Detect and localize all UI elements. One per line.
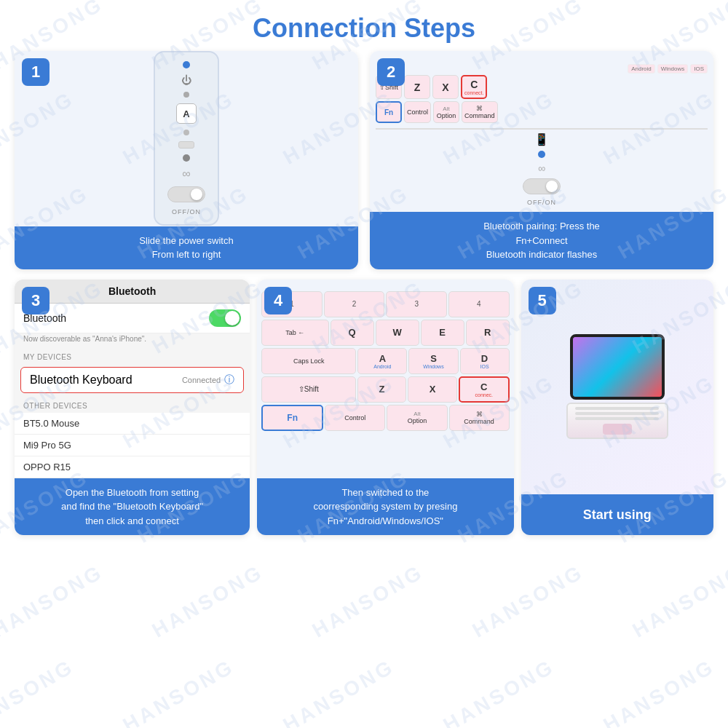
key-d-large: D IOS	[460, 348, 510, 374]
connected-label: Connected	[182, 376, 221, 384]
kb-touchpad	[603, 424, 632, 435]
step4-image: 4 1 2 3 4 Tab ← Q W E R	[257, 280, 514, 478]
step2-number: 2	[377, 58, 405, 86]
step2-image: 2 Android Windows IOS ⇧Shift Z X Cconnec…	[370, 51, 713, 212]
key-row-1: ⇧Shift Z X Cconnect.	[376, 75, 708, 99]
dark-dot	[183, 154, 190, 162]
key-tab: Tab ←	[261, 320, 328, 346]
bt-discoverable: Now discoverable as "Anna's iPhone".	[15, 333, 250, 347]
device-mi9pro[interactable]: Mi9 Pro 5G	[15, 435, 250, 456]
kb-line3	[575, 417, 659, 420]
key-4: 4	[448, 291, 510, 317]
step3-desc: Open the Bluetooth from settingand find …	[15, 478, 250, 536]
key-shift-large: ⇧Shift	[261, 376, 355, 403]
key-w: W	[376, 320, 419, 346]
keyboard-large: 1 2 3 4 Tab ← Q W E R Caps Lock A	[257, 287, 514, 435]
step4-number: 4	[264, 287, 292, 314]
step5-card: 5 Start using	[521, 280, 713, 536]
android-label: Android	[628, 64, 655, 74]
device-bt50mouse[interactable]: BT5.0 Mouse	[15, 413, 250, 435]
key-control: Control	[404, 101, 431, 123]
step5-image: 5	[521, 280, 713, 495]
power-device: ⏻ A ∞ OFF/ON	[154, 51, 219, 226]
bt-blue-dot	[538, 151, 545, 158]
bottom-steps-row: 3 Bluetooth Bluetooth Now discoverable a…	[0, 280, 728, 536]
key-capslock: Caps Lock	[261, 348, 356, 374]
key-control-large: Control	[325, 405, 385, 431]
key-option: AltOption	[433, 101, 459, 123]
num-row: 1 2 3 4	[261, 291, 510, 317]
key-fn-large: Fn	[261, 405, 323, 431]
key-s-large: S Windows	[408, 348, 458, 374]
bt-keyboard-label: Bluetooth Keyboard	[30, 373, 132, 387]
step5-number: 5	[529, 287, 556, 314]
key-x: X	[432, 75, 459, 99]
gray-dot2	[183, 130, 189, 135]
key-command: ⌘Command	[462, 101, 498, 123]
step3-card: 3 Bluetooth Bluetooth Now discoverable a…	[15, 280, 250, 536]
key-r: R	[466, 320, 510, 346]
key-2: 2	[324, 291, 385, 317]
key-3: 3	[386, 291, 447, 317]
key-fn: Fn	[376, 101, 402, 123]
other-devices-header: OTHER DEVICES	[15, 396, 250, 413]
device-oppor15[interactable]: OPPO R15	[15, 456, 250, 478]
bt-toggle-row: Bluetooth	[15, 304, 250, 333]
power-icon: ⏻	[181, 74, 191, 86]
small-rect	[178, 141, 194, 149]
ipad-screen	[570, 334, 665, 400]
kb-line2	[575, 412, 659, 415]
windows-sub: Windows	[423, 364, 443, 369]
bluetooth-settings: Bluetooth Bluetooth Now discoverable as …	[15, 280, 250, 478]
power-toggle[interactable]	[167, 186, 205, 202]
gray-dot	[183, 92, 189, 98]
step2-desc-text: Bluetooth pairing: Press theFn+ConnectBl…	[483, 219, 600, 262]
step4-card: 4 1 2 3 4 Tab ← Q W E R	[257, 280, 514, 536]
zxc-row: ⇧Shift Z X C connec.	[261, 376, 510, 403]
bottom-toggle[interactable]	[523, 178, 561, 194]
info-icon[interactable]: ⓘ	[224, 373, 234, 387]
key-option-large: Alt Option	[387, 405, 447, 431]
step4-desc: Then switched to thecoorresponding syste…	[257, 478, 514, 536]
key-row-2: Fn Control AltOption ⌘Command	[376, 101, 708, 123]
ios-sub: IOS	[480, 364, 489, 369]
ipad-illustration	[566, 334, 668, 439]
bottom-toggle-knob	[546, 181, 558, 192]
step3-number: 3	[22, 287, 50, 314]
link-icon: ∞	[182, 167, 190, 181]
phone-icon: 📱	[534, 132, 549, 146]
key-e: E	[421, 320, 464, 346]
off-on-label: OFF/ON	[172, 208, 201, 215]
step1-number: 1	[22, 58, 50, 86]
bt-keyboard-device[interactable]: Bluetooth Keyboard Connected ⓘ	[20, 367, 244, 393]
step3-desc-text: Open the Bluetooth from settingand find …	[61, 486, 203, 529]
key-a: A	[176, 103, 197, 124]
step3-image: 3 Bluetooth Bluetooth Now discoverable a…	[15, 280, 250, 478]
kb-line1	[575, 407, 659, 410]
step2-card: 2 Android Windows IOS ⇧Shift Z X Cconnec…	[370, 51, 713, 269]
key-z-large: Z	[357, 376, 407, 403]
connect-sub-large: connec.	[475, 392, 494, 397]
asd-row: Caps Lock A Android S Windows D IOS	[261, 348, 510, 374]
link-icon2: ∞	[538, 162, 545, 174]
blue-dot	[183, 61, 190, 68]
top-steps-row: 1 ⏻ A ∞ OFF/ON Slide the power switchFro…	[0, 51, 728, 269]
bottom-off-on: OFF/ON	[527, 199, 556, 206]
android-sub: Android	[373, 364, 391, 369]
step1-desc: Slide the power switchFrom left to right	[15, 226, 358, 269]
ios-label: IOS	[690, 64, 708, 74]
ipad-keyboard-illustration	[566, 403, 668, 439]
windows-label: Windows	[657, 64, 688, 74]
key-q: Q	[331, 320, 374, 346]
bt-toggle[interactable]	[209, 309, 241, 327]
bt-toggle-knob	[225, 311, 240, 325]
key-x-large: X	[408, 376, 457, 403]
step1-image: 1 ⏻ A ∞ OFF/ON	[15, 51, 358, 226]
step5-desc: Start using	[521, 494, 713, 535]
key-c-large: C connec.	[459, 376, 510, 403]
qwer-row: Tab ← Q W E R	[261, 320, 510, 346]
key-c-connect: Cconnect.	[461, 75, 487, 99]
step1-card: 1 ⏻ A ∞ OFF/ON Slide the power switchFro…	[15, 51, 358, 269]
page-title: Connection Steps	[0, 0, 728, 51]
key-z: Z	[404, 75, 430, 99]
